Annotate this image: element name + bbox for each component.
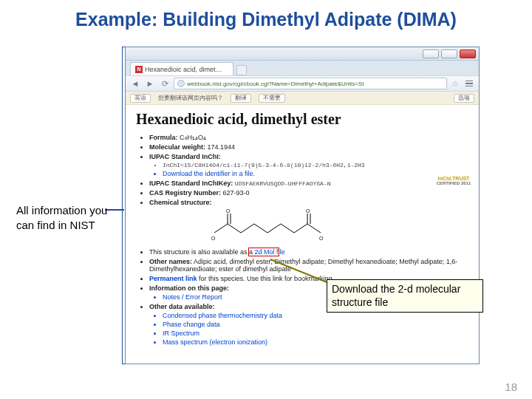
otherdata-item[interactable]: Condensed phase thermochemistry data: [163, 312, 468, 319]
formula-value: C₈H₁₄O₄: [180, 134, 206, 141]
browser-tab[interactable]: N Hexanedioic acid, dimet…: [130, 62, 233, 75]
slide-number: 18: [505, 381, 517, 393]
otherdata-item[interactable]: IR Spectrum: [163, 330, 468, 337]
otherdata-list: Condensed phase thermochemistry data Pha…: [163, 312, 468, 346]
otherdata-label: Other data available:: [149, 303, 215, 310]
chemstruct-row: Chemical structure: O O O O: [149, 199, 468, 246]
slide-title: Example: Building Dimethyl Adipate (DIMA…: [0, 0, 532, 36]
minimize-button[interactable]: [423, 50, 439, 58]
cas-value: 627-93-0: [223, 189, 250, 197]
molfile-link[interactable]: 2d Mol file: [255, 248, 285, 256]
translate-options-button[interactable]: 选项: [454, 94, 474, 103]
chemstruct-label: Chemical structure:: [149, 199, 212, 206]
otherdata-item[interactable]: Phase change data: [163, 321, 468, 328]
url-input[interactable]: webbook.nist.gov/cgi/cbook.cgi?Name=Dime…: [174, 78, 447, 89]
download-callout: Download the 2-d molecular structure fil…: [327, 279, 483, 313]
svg-text:O: O: [306, 208, 310, 214]
othernames-row: Other names: Adipic acid, dimethyl ester…: [149, 258, 468, 273]
menu-button[interactable]: [463, 78, 475, 89]
tab-bar: N Hexanedioic acid, dimet…: [126, 61, 479, 75]
globe-icon: [177, 80, 185, 87]
inchi-download-link[interactable]: Download the identifier in a file.: [163, 170, 468, 177]
inchi-string: InChI=1S/C8H14O4/c1-11-7(9)5-3-4-6-8(10)…: [163, 162, 468, 168]
page-heading: Hexanedioic acid, dimethyl ester: [136, 111, 468, 128]
window-titlebar: [126, 47, 479, 61]
back-button[interactable]: ◄: [129, 78, 141, 89]
mw-value: 174.1944: [208, 143, 236, 151]
inchikey-value: UDSFAEKRVUSQDD-UHFFFAOYSA-N: [235, 180, 331, 187]
infopage-label: Information on this page:: [149, 284, 229, 292]
url-text: webbook.nist.gov/cgi/cbook.cgi?Name=Dime…: [187, 81, 364, 87]
forward-button[interactable]: ►: [144, 78, 156, 89]
info-list: Formula: C₈H₁₄O₄ Molecular weight: 174.1…: [149, 134, 468, 346]
inchi-trust-badge: InChI.TRUST CERTIFIED 2011: [436, 171, 471, 189]
close-button[interactable]: [460, 50, 476, 58]
bookmark-star-icon[interactable]: ☆: [450, 78, 460, 89]
svg-text:O: O: [319, 236, 324, 241]
svg-text:O: O: [226, 208, 231, 214]
inchikey-row: IUPAC Standard InChIKey: UDSFAEKRVUSQDD-…: [149, 180, 468, 187]
permalink-link[interactable]: Permanent link: [149, 275, 197, 282]
mw-label: Molecular weight:: [149, 143, 205, 151]
left-annotation: All information you can find in NIST: [16, 203, 120, 232]
favicon-icon: N: [135, 66, 143, 73]
badge-bottom: CERTIFIED 2011: [437, 181, 471, 185]
structavail-row: This structure is also available as a 2d…: [149, 248, 468, 256]
formula-label: Formula:: [149, 134, 178, 141]
translate-prompt: 您要翻译该网页内容吗？: [158, 94, 223, 102]
inchi-label: IUPAC Standard InChI:: [149, 153, 221, 160]
address-bar: ◄ ► ⟳ webbook.nist.gov/cgi/cbook.cgi?Nam…: [126, 75, 479, 92]
translate-bar: 英语 您要翻译该网页内容吗？ 翻译 不需要 选项: [126, 92, 479, 105]
translate-decline-button[interactable]: 不需要: [259, 94, 285, 103]
cas-row: CAS Registry Number: 627-93-0: [149, 189, 468, 197]
browser-window: N Hexanedioic acid, dimet… ◄ ► ⟳ webbook…: [125, 47, 480, 364]
badge-top: InChI.TRUST: [438, 176, 470, 181]
othernames-value: Adipic acid, dimethyl ester; Dimethyl ad…: [149, 258, 457, 273]
new-tab-button[interactable]: [236, 65, 247, 75]
othernames-label: Other names:: [149, 258, 192, 265]
maximize-button[interactable]: [441, 50, 457, 58]
inchikey-label: IUPAC Standard InChIKey:: [149, 180, 233, 187]
reload-button[interactable]: ⟳: [159, 78, 171, 89]
molecule-diagram: O O O O: [208, 208, 334, 246]
translate-button[interactable]: 翻译: [231, 94, 251, 103]
translate-source-button[interactable]: 英语: [130, 94, 151, 103]
page-content: Hexanedioic acid, dimethyl ester Formula…: [126, 105, 479, 364]
formula-row: Formula: C₈H₁₄O₄: [149, 134, 468, 141]
svg-text:O: O: [211, 236, 216, 241]
otherdata-item[interactable]: Mass spectrum (electron ionization): [163, 338, 468, 346]
cas-label: CAS Registry Number:: [149, 189, 221, 197]
inchi-row: IUPAC Standard InChI: InChI=1S/C8H14O4/c…: [149, 153, 468, 177]
tab-title: Hexanedioic acid, dimet…: [145, 66, 222, 73]
structavail-text: This structure is also available as a: [149, 248, 253, 256]
mw-row: Molecular weight: 174.1944: [149, 143, 468, 151]
